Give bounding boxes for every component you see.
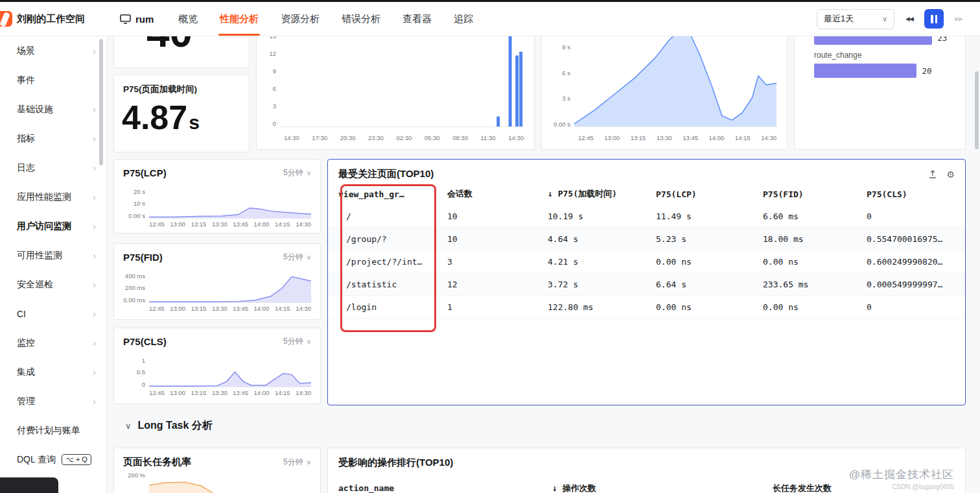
table-row[interactable]: /project/?/int… 3 4.21 s 0.00 ns 0.00 ns… [328,250,965,273]
cell-cls: 0.000549999997… [867,280,965,289]
sidebar-item[interactable]: 指标 › [0,124,106,153]
top-tab[interactable]: 概览 [178,2,198,36]
line-chart: 400 ms200 ms0.00 ms [121,273,311,303]
hbar-row: 23 [814,36,955,45]
interval-select[interactable]: 5分钟 ∨ [283,457,311,468]
cell-lcp: 0.00 ns [656,257,763,267]
sidebar-item[interactable]: 事件 [0,66,106,95]
line-chart: 9 s6 s3 s0.00 s [548,36,776,127]
line-chart-plot[interactable] [149,273,311,303]
line-chart-plot[interactable] [574,36,776,127]
card-title: P75(LCP) [123,167,167,178]
column-header[interactable]: P75(CLS) [867,189,965,199]
y-tick: 0.00 ms [123,297,145,304]
x-tick: 13:15 [191,221,207,228]
sidebar-item[interactable]: 应用性能监测 › [0,182,106,211]
top-tab[interactable]: 性能分析 [220,2,259,36]
table-header: action_name↓ 操作次数长任务发生次数 [328,477,965,493]
chevron-down-icon: ∨ [307,459,311,466]
interval-select[interactable]: 5分钟 ∨ [283,252,311,263]
table-row[interactable]: /statistic 12 3.72 s 6.64 s 233.65 ms 0.… [328,273,965,296]
line-chart-plot[interactable] [149,357,311,387]
x-tick: 14:30 [508,134,524,141]
chevron-right-icon: › [93,396,96,407]
column-header[interactable]: P75(LCP) [656,189,763,199]
sidebar-item[interactable]: 安全巡检 › [0,270,106,299]
interval-select[interactable]: 5分钟 ∨ [283,336,311,347]
forward-button[interactable]: ▶▶ [949,9,968,29]
x-tick: 17:30 [312,134,327,141]
sidebar-item[interactable]: 监控 › [0,328,106,357]
sidebar-item[interactable]: 管理 › [0,387,106,416]
table-row[interactable]: / 10 10.19 s 11.49 s 6.60 ms 0 [328,205,965,228]
top-tab[interactable]: 资源分析 [281,2,320,36]
column-header[interactable]: 会话数 [447,188,548,200]
sidebar-item-label: 指标 [17,133,35,145]
sidebar-item[interactable]: 付费计划与账单 [0,416,106,445]
pause-button[interactable] [924,9,944,29]
sidebar-scrollbar[interactable] [99,39,103,165]
sidebar-item[interactable]: DQL 查询 ⌥ + Q [0,445,106,474]
rewind-button[interactable]: ◀◀ [900,9,919,29]
main-scrollbar[interactable] [975,71,979,149]
sidebar-item-label: 事件 [17,75,35,86]
top-tab[interactable]: 查看器 [402,2,432,36]
interval-select[interactable]: 5分钟 ∨ [283,167,311,178]
workspace-switcher[interactable]: 刘刚的工作空间 [0,11,107,27]
x-tick: 14:00 [254,305,270,312]
table-row[interactable]: /group/? 10 4.64 s 5.23 s 18.00 ms 0.554… [328,228,965,250]
sidebar-item[interactable]: 用户访问监测 › [0,211,106,241]
sidebar-item[interactable]: 日志 › [0,153,106,182]
column-header[interactable]: action_name [338,483,552,493]
cell-fid: 6.60 ms [763,211,867,221]
app-switcher[interactable]: rum [120,14,154,25]
line-chart: 10.50 [121,357,311,387]
cell-sessions: 3 [447,257,548,267]
cell-view-path: /statistic [338,280,447,289]
time-range-select[interactable]: 最近1天 ∨ [817,9,894,29]
settings-icon[interactable]: ⚙ [946,170,955,179]
sidebar-item[interactable]: 场景 › [0,36,106,66]
column-header[interactable]: ↓ 操作次数 [552,483,773,493]
x-tick: 08:30 [452,134,468,141]
cell-cls: 0.600249990820… [867,257,965,267]
x-tick: 14:00 [254,221,270,228]
long-task-section-header[interactable]: ∨ Long Task 分析 [125,419,213,433]
y-tick: 0 [142,381,145,388]
chevron-right-icon: › [93,134,96,144]
x-tick: 14:15 [275,305,290,312]
hbar-item[interactable]: route_change 20 [814,51,955,78]
top-tab[interactable]: 错误分析 [342,2,380,36]
line-chart-plot[interactable] [149,189,311,219]
x-tick: 14:00 [254,389,270,396]
hbar-item[interactable]: 23 [814,36,955,45]
x-tick: 13:00 [170,305,185,312]
card-header: 最受关注页面(TOP10) ⚙ [328,160,965,180]
export-icon[interactable] [928,170,937,179]
bar-chart-plot[interactable] [280,36,524,127]
interval-value: 5分钟 [283,457,303,468]
x-axis: 14:3017:3020:3023:3002:3005:3008:3011:30… [284,134,524,141]
cell-view-path: / [338,211,447,221]
sidebar-item[interactable]: 集成 › [0,357,106,387]
top-tab[interactable]: 追踪 [454,2,473,36]
x-tick: 13:30 [212,221,228,228]
sidebar-item[interactable]: 可用性监测 › [0,241,106,270]
y-tick: 3 s [562,95,570,102]
chevron-right-icon: › [93,250,96,261]
interval-value: 5分钟 [283,252,303,263]
bar-chart: 15129630 [263,36,524,127]
column-header[interactable]: P75(FID) [763,189,867,199]
y-tick: 1 [142,357,145,364]
sidebar-item[interactable]: 基础设施 › [0,95,106,124]
card-title: P75(FID) [123,252,163,263]
card-header: 受影响的操作排行(TOP10) [328,448,965,469]
column-header[interactable]: 长任务发生次数 [773,483,965,493]
column-header[interactable]: view_path_gr… [338,189,447,199]
x-axis: 12:4513:0013:1513:3013:4514:0014:1514:30 [578,134,776,141]
x-tick: 13:45 [682,134,698,141]
sidebar-item[interactable]: CI › [0,299,106,328]
line-chart-plot[interactable] [149,472,311,493]
table-row[interactable]: /login 1 122.80 ms 0.00 ns 0.00 ns 0 [328,296,965,319]
column-header[interactable]: ↓ P75(加载时间) [548,188,656,200]
